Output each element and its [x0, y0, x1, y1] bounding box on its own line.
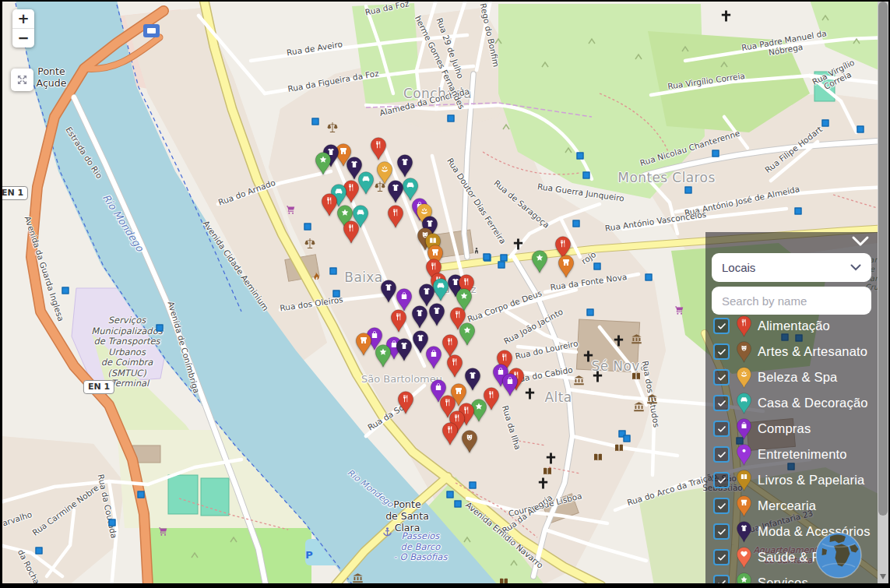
dot-pin-icon — [736, 444, 752, 466]
vertex-handle[interactable] — [448, 115, 455, 122]
heart-pin-icon — [736, 547, 752, 569]
vertex-handle[interactable] — [447, 491, 454, 498]
vertex-handle[interactable] — [822, 120, 829, 127]
zoom-control: + − — [12, 9, 34, 48]
category-checkbox[interactable] — [713, 421, 730, 437]
vertex-handle[interactable] — [583, 172, 590, 179]
vertex-handle[interactable] — [330, 268, 337, 275]
road-sign-icon — [143, 24, 160, 37]
vertex-handle[interactable] — [646, 274, 653, 281]
map-pin-moda[interactable] — [396, 154, 413, 178]
map-pin-alimentacao[interactable] — [446, 354, 463, 378]
vertex-handle[interactable] — [333, 290, 340, 298]
legend-item-label: Entretenimento — [758, 447, 847, 462]
vertex-handle[interactable] — [587, 309, 594, 316]
locais-select-value: Locais — [722, 261, 755, 274]
map-pin-alimentacao[interactable] — [387, 205, 404, 228]
legend-item-label: Artes & Artesanato — [758, 344, 867, 359]
map-pin-compras[interactable] — [425, 346, 442, 369]
vertex-handle[interactable] — [577, 153, 584, 160]
map-pin-alimentacao[interactable] — [397, 391, 414, 414]
map-pin-alimentacao[interactable] — [370, 137, 387, 160]
vertex-handle[interactable] — [857, 126, 864, 133]
vertex-handle[interactable] — [795, 208, 802, 215]
vertex-handle[interactable] — [157, 325, 164, 332]
star-pin-icon — [736, 572, 752, 584]
search-input[interactable] — [712, 287, 871, 315]
vertex-handle[interactable] — [138, 491, 145, 498]
vertex-handle[interactable] — [62, 287, 69, 294]
category-checkbox[interactable] — [713, 446, 730, 463]
map-pin-compras[interactable] — [501, 373, 519, 396]
map-pin-alimentacao[interactable] — [390, 309, 407, 333]
zoom-in-button[interactable]: + — [12, 9, 34, 28]
vertex-handle[interactable] — [712, 150, 719, 157]
map-pin-moda[interactable] — [428, 303, 445, 326]
vertex-handle[interactable] — [594, 263, 601, 270]
legend-item-label: Beleza & Spa — [758, 370, 837, 385]
page-scrollbar[interactable] — [878, 2, 888, 583]
category-checkbox[interactable] — [713, 575, 730, 583]
map-pin-moda[interactable] — [411, 305, 428, 329]
legend-item-label: Alimentação — [758, 319, 830, 333]
legend-item-label: Compras — [758, 421, 811, 436]
category-checkbox[interactable] — [713, 318, 730, 334]
vertex-handle[interactable] — [501, 255, 508, 262]
category-checkbox[interactable] — [713, 369, 730, 386]
panel-collapse-chevron-icon[interactable] — [851, 235, 870, 247]
legend-item-artes[interactable]: Artes & Artesanato — [705, 339, 878, 364]
map-pin-moda[interactable] — [380, 280, 397, 303]
map-pin-alimentacao[interactable] — [321, 193, 338, 217]
locais-select[interactable]: Locais — [712, 253, 871, 282]
legend-item-label: Serviços — [758, 576, 808, 583]
map-pin-casa[interactable] — [357, 171, 375, 195]
map-pin-servicos[interactable] — [375, 344, 392, 368]
utensils-pin-icon — [736, 315, 752, 337]
map-pin-servicos[interactable] — [531, 250, 548, 273]
map-pin-alimentacao[interactable] — [343, 220, 360, 244]
vertex-handle[interactable] — [484, 254, 491, 261]
legend-item-mercearia[interactable]: Mercearia — [705, 493, 878, 519]
legend-item-compras[interactable]: Compras — [705, 416, 878, 442]
vertex-handle[interactable] — [312, 118, 319, 125]
map-pin-servicos[interactable] — [459, 322, 476, 346]
category-checkbox[interactable] — [713, 523, 730, 540]
vertex-handle[interactable] — [573, 220, 580, 227]
map-pin-moda[interactable] — [396, 338, 413, 361]
legend-item-casa[interactable]: Casa & Decoração — [705, 390, 878, 416]
scrollbar-thumb[interactable] — [878, 2, 888, 516]
category-checkbox[interactable] — [713, 472, 730, 488]
map-pin-mercearia[interactable] — [355, 333, 372, 356]
legend-item-livros[interactable]: Livros & Papelaria — [705, 467, 878, 493]
map-pin-artes[interactable] — [461, 430, 478, 453]
vertex-handle[interactable] — [36, 548, 43, 555]
map-pin-servicos[interactable] — [315, 152, 332, 175]
book-pin-icon — [736, 470, 752, 491]
category-checkbox[interactable] — [713, 498, 730, 514]
category-checkbox[interactable] — [713, 549, 730, 565]
vertex-handle[interactable] — [624, 435, 631, 442]
legend-item-label: Mercearia — [758, 498, 816, 513]
zoom-out-button[interactable]: − — [12, 29, 34, 48]
vertex-handle[interactable] — [685, 187, 692, 194]
sofa-pin-icon — [736, 393, 752, 414]
legend-item-alimentacao[interactable]: Alimentação — [705, 313, 878, 339]
vertex-handle[interactable] — [455, 501, 462, 508]
legend-item-beleza[interactable]: Beleza & Spa — [705, 364, 878, 390]
legend-item-label: Casa & Decoração — [758, 396, 868, 410]
map-pin-alimentacao[interactable] — [441, 422, 459, 445]
fullscreen-button[interactable] — [11, 69, 33, 91]
vertex-handle[interactable] — [498, 262, 505, 269]
vertex-handle[interactable] — [470, 482, 477, 489]
map-pin-moda[interactable] — [387, 180, 404, 203]
vertex-handle[interactable] — [304, 224, 311, 231]
spa-pin-icon — [736, 367, 752, 389]
chevron-down-icon — [850, 264, 861, 271]
map-pin-compras[interactable] — [396, 288, 413, 312]
map-pin-mercearia[interactable] — [558, 255, 575, 278]
category-checkbox[interactable] — [713, 343, 730, 360]
scrollbar-down-arrow[interactable] — [880, 574, 886, 579]
vertex-handle[interactable] — [109, 519, 116, 526]
category-checkbox[interactable] — [713, 395, 730, 411]
legend-item-entretenimento[interactable]: Entretenimento — [705, 442, 878, 467]
